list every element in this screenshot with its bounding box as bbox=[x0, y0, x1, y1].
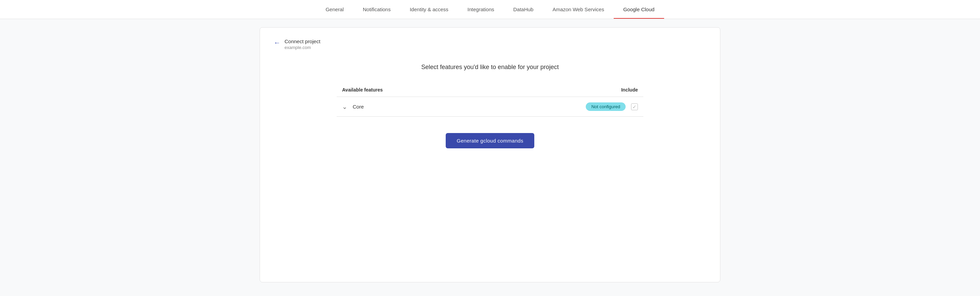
page-heading: Select features you'd like to enable for… bbox=[274, 63, 706, 71]
nav-item-integrations[interactable]: Integrations bbox=[458, 0, 504, 19]
features-header-available: Available features bbox=[342, 87, 383, 93]
nav-item-general[interactable]: General bbox=[316, 0, 353, 19]
connect-project-title: Connect project bbox=[285, 38, 320, 44]
nav-item-google-cloud[interactable]: Google Cloud bbox=[614, 0, 664, 19]
top-nav: General Notifications Identity & access … bbox=[0, 0, 980, 19]
generate-btn-container: Generate gcloud commands bbox=[274, 133, 706, 148]
generate-gcloud-button[interactable]: Generate gcloud commands bbox=[446, 133, 534, 148]
nav-item-notifications[interactable]: Notifications bbox=[353, 0, 400, 19]
checkmark-icon: ✓ bbox=[632, 104, 636, 109]
content-card: ← Connect project example.com Select fea… bbox=[260, 27, 720, 282]
feature-name: Core bbox=[353, 104, 586, 109]
status-badge: Not configured bbox=[586, 103, 625, 111]
main-content: ← Connect project example.com Select fea… bbox=[251, 19, 729, 291]
expand-icon[interactable]: ⌄ bbox=[342, 104, 347, 110]
include-checkbox[interactable]: ✓ bbox=[631, 103, 638, 110]
nav-item-aws[interactable]: Amazon Web Services bbox=[543, 0, 613, 19]
features-table-header: Available features Include bbox=[337, 83, 643, 97]
back-nav-text: Connect project example.com bbox=[285, 38, 320, 50]
nav-item-datahub[interactable]: DataHub bbox=[504, 0, 543, 19]
connect-project-subtitle: example.com bbox=[285, 45, 320, 50]
back-arrow-icon[interactable]: ← bbox=[274, 39, 280, 46]
back-nav: ← Connect project example.com bbox=[274, 38, 706, 50]
feature-row-actions: Not configured ✓ bbox=[586, 103, 638, 111]
features-table: Available features Include ⌄ Core Not co… bbox=[337, 83, 643, 117]
table-row: ⌄ Core Not configured ✓ bbox=[337, 97, 643, 117]
features-header-include: Include bbox=[621, 87, 638, 93]
nav-item-identity-access[interactable]: Identity & access bbox=[400, 0, 458, 19]
